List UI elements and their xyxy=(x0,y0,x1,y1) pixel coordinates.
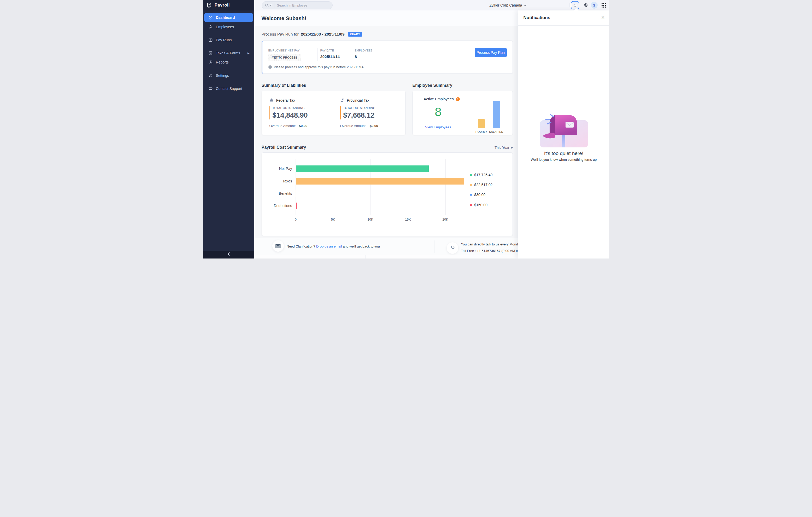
search-input[interactable] xyxy=(277,3,321,7)
sidebar-item-label: Reports xyxy=(216,60,229,64)
sidebar-item-settings[interactable]: Settings xyxy=(204,71,253,80)
taxes-bar[interactable] xyxy=(296,178,464,185)
legend-item: $22,517.02 xyxy=(470,183,493,187)
salaried-label: SALARIED xyxy=(487,130,505,133)
date-range-value: This Year xyxy=(494,145,509,149)
caret-down-icon xyxy=(511,147,513,149)
x-tick: 15K xyxy=(405,218,411,221)
pay-run-note-text: Please process and approve this pay run … xyxy=(274,65,364,69)
app-grid-icon[interactable] xyxy=(602,3,606,7)
legend-dot xyxy=(470,204,472,206)
settings-icon xyxy=(208,74,213,78)
search-scope-caret-icon[interactable] xyxy=(270,5,272,6)
email-help-text: Need Clarification? Drop us an email and… xyxy=(287,244,380,248)
date-range-selector[interactable]: This Year xyxy=(493,145,513,149)
x-tick: 20K xyxy=(442,218,448,221)
category-label: Taxes xyxy=(262,179,292,183)
status-badge: READY xyxy=(348,32,362,36)
warning-icon[interactable]: ! xyxy=(456,97,460,101)
settings-gear-button[interactable] xyxy=(583,3,588,7)
pay-runs-icon xyxy=(208,38,213,42)
outstanding-label: TOTAL OUTSTANDING xyxy=(272,106,308,110)
process-pay-run-button[interactable]: Process Pay Run xyxy=(475,48,507,57)
reports-icon xyxy=(208,60,213,64)
search-icon[interactable] xyxy=(265,3,269,7)
provincial-tax-title: Provincial Tax xyxy=(340,98,370,103)
user-avatar[interactable]: S xyxy=(591,2,598,9)
legend-item: $17,725.49 xyxy=(470,173,493,177)
global-search[interactable] xyxy=(262,1,332,9)
salaried-bar[interactable] xyxy=(493,101,500,128)
federal-tax-title: Federal Tax xyxy=(269,98,295,103)
x-tick: 0 xyxy=(295,218,297,221)
sidebar-item-label: Pay Runs xyxy=(216,38,232,42)
sidebar-item-taxes-forms[interactable]: Taxes & Forms ▶ xyxy=(204,49,253,57)
category-label: Deductions xyxy=(262,203,292,208)
org-name: Zylker Corp Canada xyxy=(489,3,522,7)
legend-dot xyxy=(470,194,472,196)
sidebar-item-reports[interactable]: Reports xyxy=(204,58,253,67)
email-link[interactable]: Drop us an email xyxy=(316,244,342,248)
page-title: Welcome Subash! xyxy=(262,16,307,22)
active-employees-count: 8 xyxy=(413,105,464,119)
chevron-down-icon xyxy=(524,4,526,6)
view-employees-link[interactable]: View Employees xyxy=(413,125,464,129)
federal-overdue: Overdue Amount:$0.00 xyxy=(269,124,308,128)
payroll-dashboard: Payroll Dashboard Employees xyxy=(203,0,609,258)
benefits-bar[interactable] xyxy=(296,190,296,197)
phone-help-line2: Toll Free : +1 5146736167 (9:00 AM to 6:… xyxy=(461,249,526,253)
search-divider xyxy=(274,3,274,7)
collapse-chevron-icon xyxy=(227,252,230,257)
sidebar-item-label: Settings xyxy=(216,74,229,78)
app-name: Payroll xyxy=(214,3,230,8)
sidebar-item-contact-support[interactable]: Contact Support xyxy=(204,84,253,93)
column-divider xyxy=(352,48,352,61)
bell-icon xyxy=(573,3,577,7)
deductions-bar[interactable] xyxy=(296,202,297,209)
org-selector[interactable]: Zylker Corp Canada xyxy=(489,0,526,10)
employees-label: EMPLOYEES xyxy=(355,49,373,52)
payroll-cost-card: Net Pay Taxes Benefits Deductions 0 5K 1… xyxy=(262,153,513,236)
gear-icon xyxy=(583,3,588,7)
liabilities-heading: Summary of Liabilities xyxy=(262,83,306,88)
overdue-value: $0.00 xyxy=(299,124,308,128)
dashboard-icon xyxy=(208,16,213,20)
tax-card-name: Provincial Tax xyxy=(347,98,370,103)
active-employees-text: Active Employees xyxy=(424,97,454,101)
category-label: Net Pay xyxy=(262,166,292,171)
sidebar-item-pay-runs[interactable]: Pay Runs xyxy=(204,35,253,45)
provincial-overdue: Overdue Amount:$0.00 xyxy=(340,124,378,128)
net-pay-bar[interactable] xyxy=(296,165,429,172)
legend-value: $30.00 xyxy=(474,193,486,197)
employee-card-divider xyxy=(464,94,464,132)
gridline xyxy=(445,159,446,215)
pay-run-period: 2025/11/03 - 2025/11/09 xyxy=(301,32,344,36)
legend-value: $17,725.49 xyxy=(474,173,493,177)
pay-run-note: i Please process and approve this pay ru… xyxy=(268,65,364,69)
submenu-chevron-icon: ▶ xyxy=(248,52,250,55)
sidebar-item-label: Dashboard xyxy=(216,16,235,20)
sidebar-collapse-button[interactable] xyxy=(203,251,254,258)
overdue-label: Overdue Amount: xyxy=(269,124,296,128)
email-icon-circle xyxy=(272,240,284,252)
close-icon[interactable]: ✕ xyxy=(601,15,605,20)
footer-secondary-divider xyxy=(366,255,366,258)
bank-icon xyxy=(269,98,274,103)
bar-chart-plot xyxy=(295,159,464,215)
sidebar-item-dashboard[interactable]: Dashboard xyxy=(204,13,253,22)
email-suffix: and we'll get back to you xyxy=(343,244,380,248)
flag-icon xyxy=(340,98,345,103)
taxes-forms-icon xyxy=(208,51,213,55)
outstanding-amount: $14,848.90 xyxy=(272,111,308,119)
pay-run-card: EMPLOYEES' NET PAY YET TO PROCESS PAY DA… xyxy=(262,40,513,74)
hourly-bar[interactable] xyxy=(478,119,485,128)
app-logo[interactable]: Payroll xyxy=(203,0,254,10)
sidebar-item-employees[interactable]: Employees xyxy=(204,23,253,31)
notifications-bell-button[interactable] xyxy=(571,1,579,9)
category-label: Benefits xyxy=(262,191,292,195)
employee-summary-heading: Employee Summary xyxy=(412,83,453,88)
net-pay-label: EMPLOYEES' NET PAY xyxy=(268,49,300,52)
employees-value: 8 xyxy=(355,54,357,59)
legend-value: $22,517.02 xyxy=(474,183,493,187)
overdue-value: $0.00 xyxy=(370,124,378,128)
